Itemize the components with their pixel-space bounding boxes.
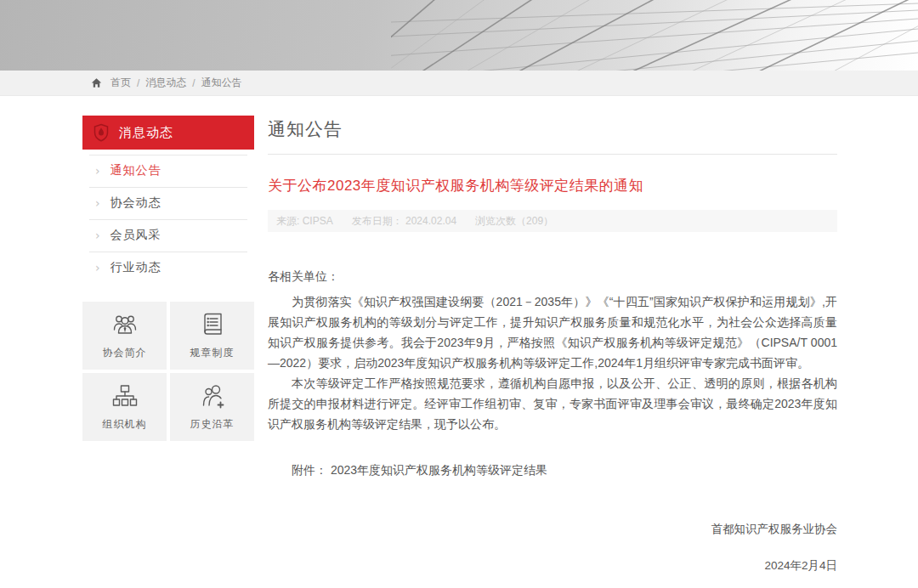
- feature-rules[interactable]: 规章制度: [170, 302, 254, 370]
- page: 首页 / 消息动态 / 通知公告 消息动态 › 通知公告 ›: [0, 0, 918, 588]
- chevron-right-icon: ›: [95, 164, 101, 178]
- sidebar-header-label: 消息动态: [119, 125, 173, 141]
- breadcrumb-item-current: 通知公告: [201, 76, 242, 90]
- breadcrumb-separator: /: [137, 77, 139, 89]
- rulebook-icon: [198, 311, 227, 340]
- breadcrumb-item-home[interactable]: 首页: [110, 76, 131, 90]
- sidebar-item-label: 通知公告: [110, 163, 162, 178]
- article-paragraph: 本次等级评定工作严格按照规范要求，遵循机构自愿申报，以及公开、公正、透明的原则，…: [268, 373, 837, 434]
- feature-label: 组织机构: [103, 417, 147, 432]
- main-content: 通知公告 关于公布2023年度知识产权服务机构等级评定结果的通知 来源: CIP…: [268, 116, 837, 588]
- sidebar-item-label: 行业动态: [110, 260, 162, 275]
- article-title: 关于公布2023年度知识产权服务机构等级评定结果的通知: [268, 176, 837, 195]
- article-meta-bar: 来源: CIPSA 发布日期： 2024.02.04 浏览次数（209）: [268, 210, 837, 232]
- feature-label: 规章制度: [190, 346, 235, 360]
- sidebar-item-notices[interactable]: › 通知公告: [82, 155, 254, 187]
- article-salutation: 各相关单位：: [268, 266, 837, 286]
- attachment-line: 附件： 2023年度知识产权服务机构等级评定结果: [268, 460, 837, 480]
- signature-org: 首都知识产权服务业协会: [268, 519, 837, 540]
- page-title: 通知公告: [268, 117, 837, 155]
- feature-organization[interactable]: 组织机构: [82, 373, 167, 441]
- feature-association-intro[interactable]: 协会简介: [82, 302, 167, 370]
- meta-view-count: 浏览次数（209）: [475, 214, 553, 229]
- content-area: 消息动态 › 通知公告 › 协会动态 › 会员风采 › 行业动态: [82, 116, 837, 588]
- sidebar: 消息动态 › 通知公告 › 协会动态 › 会员风采 › 行业动态: [82, 116, 254, 441]
- signature-date: 2024年2月4日: [268, 556, 837, 576]
- feature-label: 协会简介: [103, 346, 147, 360]
- sidebar-header: 消息动态: [82, 116, 254, 150]
- sidebar-item-label: 会员风采: [110, 228, 162, 243]
- chevron-right-icon: ›: [95, 261, 101, 274]
- org-chart-icon: [110, 382, 139, 411]
- meta-source: 来源: CIPSA: [276, 214, 333, 229]
- architectural-lines-graphic: [391, 0, 918, 71]
- chevron-right-icon: ›: [95, 229, 101, 242]
- home-icon[interactable]: [91, 77, 102, 88]
- sidebar-item-member-highlights[interactable]: › 会员风采: [82, 219, 254, 252]
- article-paragraph: 为贯彻落实《知识产权强国建设纲要（2021－2035年）》《“十四五”国家知识产…: [268, 291, 837, 373]
- people-plus-icon: [198, 382, 227, 411]
- breadcrumb: 首页 / 消息动态 / 通知公告: [0, 71, 918, 96]
- signature-block: 首都知识产权服务业协会 2024年2月4日 (联系人：张老师；联系电话：8219…: [268, 519, 837, 588]
- feature-label: 历史沿革: [190, 417, 235, 432]
- sidebar-feature-grid: 协会简介 规章制度: [82, 302, 254, 441]
- meta-publish-date: 发布日期： 2024.02.04: [352, 214, 456, 229]
- people-group-icon: [110, 311, 139, 340]
- sidebar-item-label: 协会动态: [110, 195, 162, 211]
- chevron-right-icon: ›: [95, 196, 101, 210]
- breadcrumb-separator: /: [192, 77, 195, 89]
- shield-flame-icon: [91, 122, 111, 143]
- article-body: 各相关单位： 为贯彻落实《知识产权强国建设纲要（2021－2035年）》《“十四…: [268, 266, 837, 588]
- sidebar-item-association-news[interactable]: › 协会动态: [82, 187, 254, 219]
- breadcrumb-item-news[interactable]: 消息动态: [145, 76, 186, 90]
- header-banner: [0, 0, 918, 71]
- sidebar-menu: › 通知公告 › 协会动态 › 会员风采 › 行业动态: [82, 155, 254, 284]
- feature-history[interactable]: 历史沿革: [170, 373, 254, 441]
- sidebar-item-industry-news[interactable]: › 行业动态: [82, 252, 254, 284]
